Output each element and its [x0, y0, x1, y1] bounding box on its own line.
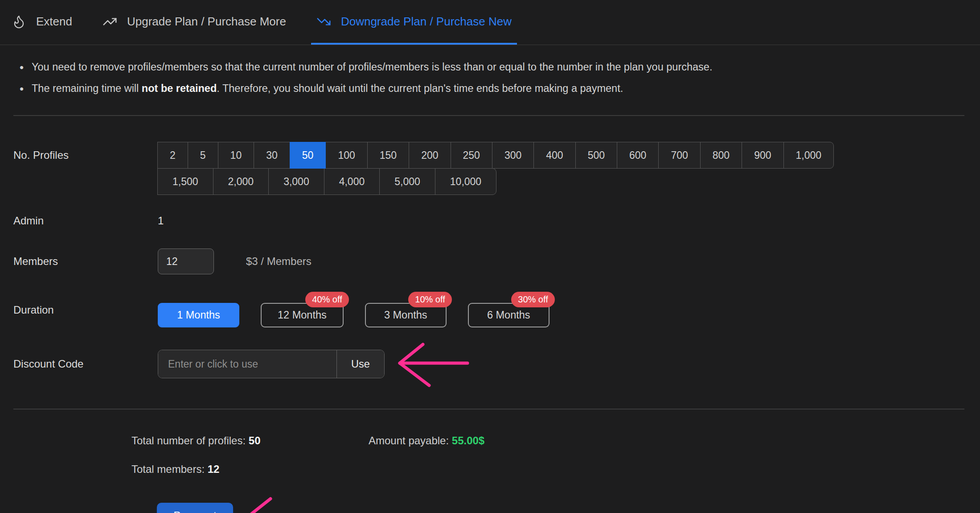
discount-badge: 40% off	[305, 292, 349, 307]
profile-option-button[interactable]: 2	[157, 142, 188, 169]
profile-option-button[interactable]: 10,000	[435, 168, 496, 195]
members-label: Members	[13, 255, 158, 268]
discount-badge: 10% off	[408, 292, 451, 307]
discount-code-input[interactable]	[158, 350, 336, 378]
discount-badge: 30% off	[511, 292, 554, 307]
trend-up-icon	[103, 14, 117, 29]
plan-notes: You need to remove profiles/members so t…	[20, 60, 980, 95]
amount-payable-value: 55.00$	[452, 434, 484, 447]
flame-icon	[12, 14, 26, 29]
total-profiles: Total number of profiles: 50	[131, 434, 369, 447]
tab-label: Extend	[36, 15, 72, 29]
profile-option-button[interactable]: 5,000	[379, 168, 435, 195]
duration-label: Duration	[13, 304, 158, 316]
trend-down-icon	[316, 14, 331, 29]
members-price-hint: $3 / Members	[246, 255, 312, 268]
tab-label: Upgrade Plan / Purchase More	[127, 15, 286, 29]
duration-option-button[interactable]: 1 Months	[158, 303, 239, 327]
profile-option-button[interactable]: 800	[700, 142, 742, 169]
discount-code-label: Discount Code	[13, 358, 158, 370]
left-arrow-annotation	[246, 495, 316, 513]
note-item: You need to remove profiles/members so t…	[20, 60, 980, 74]
use-discount-button[interactable]: Use	[336, 350, 384, 378]
divider	[13, 409, 964, 410]
purchase-form: No. Profiles 251030501001502002503004005…	[13, 142, 980, 387]
duration-option-button[interactable]: 6 Months 30% off	[468, 303, 549, 327]
tab-upgrade-plan[interactable]: Upgrade Plan / Purchase More	[97, 0, 291, 45]
profile-option-button[interactable]: 5	[188, 142, 218, 169]
total-members: Total members: 12	[131, 463, 980, 476]
payment-button[interactable]: Payment	[157, 503, 233, 513]
duration-option-button[interactable]: 12 Months 40% off	[261, 303, 344, 327]
profile-option-button[interactable]: 100	[325, 142, 367, 169]
tab-label: Downgrade Plan / Purchase New	[341, 15, 512, 29]
profile-option-button[interactable]: 200	[409, 142, 451, 169]
duration-option-button[interactable]: 3 Months 10% off	[365, 303, 447, 327]
tab-extend[interactable]: Extend	[6, 0, 78, 45]
discount-code-group: Use	[158, 350, 385, 378]
note-item: The remaining time will not be retained.…	[20, 82, 980, 96]
amount-payable: Amount payable: 55.00$	[369, 434, 484, 447]
total-members-value: 12	[208, 463, 220, 475]
profile-option-button[interactable]: 150	[367, 142, 409, 169]
left-arrow-annotation	[396, 341, 471, 387]
tab-downgrade-plan[interactable]: Downgrade Plan / Purchase New	[311, 0, 517, 45]
profile-option-button[interactable]: 500	[575, 142, 617, 169]
profile-option-button[interactable]: 4,000	[324, 168, 380, 195]
profile-option-button[interactable]: 300	[492, 142, 534, 169]
profile-option-button[interactable]: 600	[617, 142, 659, 169]
profile-options: 2510305010015020025030040050060070080090…	[158, 142, 834, 195]
profile-option-button[interactable]: 2,000	[213, 168, 269, 195]
profile-option-button[interactable]: 250	[451, 142, 492, 169]
admin-label: Admin	[13, 215, 158, 227]
profile-option-button[interactable]: 10	[218, 142, 254, 169]
profile-options-row1: 2510305010015020025030040050060070080090…	[158, 142, 834, 169]
total-profiles-value: 50	[249, 434, 261, 447]
payment-row: Payment	[157, 495, 980, 513]
members-input[interactable]	[158, 248, 214, 274]
profile-option-button[interactable]: 400	[533, 142, 575, 169]
divider	[13, 115, 964, 116]
profile-option-button[interactable]: 900	[742, 142, 783, 169]
order-summary: Total number of profiles: 50 Amount paya…	[131, 434, 980, 476]
billing-page: Extend Upgrade Plan / Purchase More Down…	[0, 0, 980, 513]
profile-option-button[interactable]: 3,000	[268, 168, 324, 195]
profiles-label: No. Profiles	[13, 142, 158, 169]
profile-option-button[interactable]: 30	[254, 142, 290, 169]
plan-tabs: Extend Upgrade Plan / Purchase More Down…	[0, 0, 980, 45]
profile-option-button[interactable]: 50	[290, 142, 326, 169]
profile-option-button[interactable]: 700	[658, 142, 700, 169]
profile-options-row2: 1,5002,0003,0004,0005,00010,000	[158, 168, 834, 195]
profile-option-button[interactable]: 1,500	[157, 168, 213, 195]
admin-value: 1	[158, 215, 164, 227]
profile-option-button[interactable]: 1,000	[783, 142, 834, 169]
duration-options: 1 Months 12 Months 40% off 3 Months 10% …	[158, 292, 549, 327]
